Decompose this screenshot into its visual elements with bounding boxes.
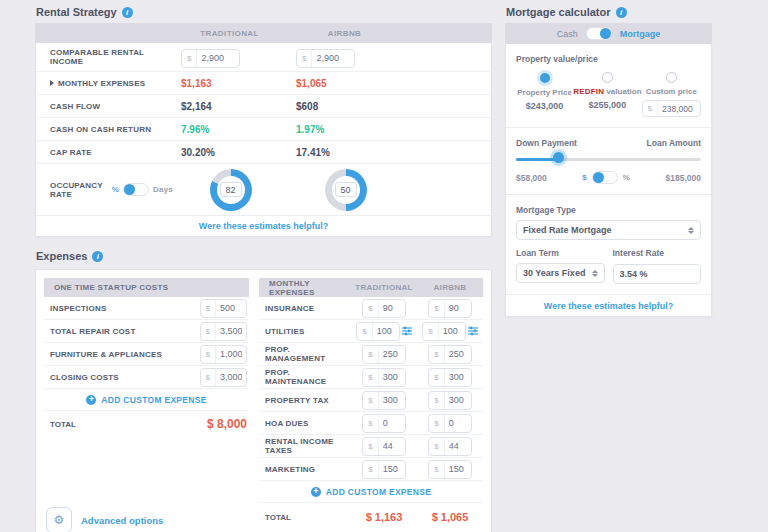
occupancy-traditional-input[interactable] — [220, 182, 242, 197]
marketing-traditional-input[interactable] — [379, 464, 405, 474]
column-header-traditional: TRADITIONAL — [172, 29, 287, 38]
advanced-options[interactable]: ⚙ Advanced options — [46, 507, 163, 532]
cash-mortgage-toggle[interactable] — [586, 27, 612, 40]
custom-price-input[interactable] — [658, 104, 700, 114]
currency-prefix: $ — [363, 346, 378, 363]
startup-costs-column: ONE TIME STARTUP COSTS INSPECTIONS $ TOT… — [44, 278, 249, 531]
adjust-sliders-icon[interactable] — [468, 326, 478, 336]
radio-redfin-valuation[interactable] — [602, 72, 613, 83]
row-cash-on-cash-return: CASH ON CASH RETURN 7.96% 1.97% — [36, 117, 491, 140]
info-icon[interactable] — [92, 251, 103, 262]
rental-taxes-traditional-input[interactable] — [379, 441, 405, 451]
prop-maintenance-traditional-input[interactable] — [379, 372, 405, 382]
select-arrows-icon — [688, 227, 694, 234]
row-monthly-expenses[interactable]: MONTHLY EXPENSES $1,163 $1,065 — [36, 71, 491, 94]
radio-custom-price[interactable] — [666, 72, 677, 83]
mortgage-type-select[interactable]: Fixed Rate Mortgage — [516, 220, 701, 240]
startup-costs-header: ONE TIME STARTUP COSTS — [44, 278, 249, 297]
inspections-input[interactable] — [216, 303, 246, 313]
row-comparable-rental-income: COMPARABLE RENTAL INCOME $ $ — [36, 43, 491, 71]
rental-income-airbnb-input[interactable] — [312, 53, 354, 63]
cap-rate-traditional-value: 30.20% — [173, 147, 288, 158]
interest-rate-input[interactable] — [613, 264, 702, 284]
dollar-percent-toggle[interactable] — [592, 171, 618, 184]
closing-costs-input[interactable] — [216, 372, 246, 382]
expenses-panel: ONE TIME STARTUP COSTS INSPECTIONS $ TOT… — [35, 269, 492, 532]
insurance-traditional-input[interactable] — [379, 303, 405, 313]
currency-prefix: $ — [429, 369, 444, 386]
row-total-repair-cost: TOTAL REPAIR COST $ — [44, 320, 249, 343]
percent-unit-label: % — [623, 173, 630, 182]
currency-prefix: $ — [201, 346, 216, 363]
currency-prefix: $ — [363, 369, 378, 386]
furniture-input[interactable] — [216, 349, 246, 359]
mortgage-title: Mortgage calculator — [505, 0, 712, 23]
info-icon[interactable] — [616, 7, 627, 18]
estimates-helpful-link[interactable]: Were these estimates helpful? — [199, 221, 328, 231]
hoa-dues-traditional-input[interactable] — [379, 418, 405, 428]
property-tax-traditional-input[interactable] — [379, 395, 405, 405]
utilities-airbnb-input[interactable] — [439, 326, 465, 336]
mortgage-label[interactable]: Mortgage — [620, 29, 661, 39]
option-label: Property Price — [517, 88, 572, 97]
slider-handle[interactable] — [553, 152, 564, 163]
currency-prefix: $ — [201, 300, 216, 317]
currency-prefix: $ — [363, 392, 378, 409]
startup-total-value: $ 8,000 — [207, 417, 247, 431]
row-utilities: UTILITIES $ $ — [259, 320, 483, 343]
prop-management-traditional-input[interactable] — [379, 349, 405, 359]
loan-term-select[interactable]: 30 Years Fixed — [516, 263, 605, 283]
currency-prefix: $ — [297, 50, 312, 67]
loan-term-value: 30 Years Fixed — [523, 268, 585, 278]
row-furniture-appliances: FURNITURE & APPLIANCES $ — [44, 343, 249, 366]
row-prop-maintenance: PROP. MAINTENANCE $ $ — [259, 366, 483, 389]
row-label: MONTHLY EXPENSES — [36, 79, 173, 88]
monthly-expenses-header: MONTHLY EXPENSES TRADITIONAL AIRBNB — [259, 278, 483, 297]
property-tax-airbnb-input[interactable] — [445, 395, 471, 405]
occupancy-percent-label: % — [112, 185, 119, 194]
row-label: FURNITURE & APPLIANCES — [50, 350, 162, 359]
cash-mortgage-bar: Cash Mortgage — [505, 23, 712, 44]
currency-prefix: $ — [363, 461, 378, 478]
redfin-valuation-value: $255,000 — [589, 100, 627, 110]
currency-prefix: $ — [363, 438, 378, 455]
loan-term-label: Loan Term — [516, 248, 605, 258]
estimates-helpful-link[interactable]: Were these estimates helpful? — [544, 301, 673, 311]
marketing-airbnb-input[interactable] — [445, 464, 471, 474]
down-payment-slider[interactable] — [516, 152, 701, 166]
currency-prefix: $ — [429, 415, 444, 432]
row-inspections: INSPECTIONS $ — [44, 297, 249, 320]
repair-cost-input[interactable] — [216, 326, 246, 336]
rental-taxes-airbnb-input[interactable] — [445, 441, 471, 451]
down-payment-labels: Down Payment Loan Amount — [516, 138, 701, 148]
utilities-traditional-input[interactable] — [373, 326, 399, 336]
dollar-unit-label: $ — [582, 173, 586, 182]
monthly-expenses-header-label: MONTHLY EXPENSES — [259, 279, 351, 297]
option-redfin-valuation: REDFIN valuation $255,000 — [573, 72, 641, 117]
add-custom-expense-startup[interactable]: ADD CUSTOM EXPENSE — [44, 389, 249, 411]
occupancy-donut-traditional — [210, 169, 252, 211]
row-label: PROP. MANAGEMENT — [259, 345, 351, 363]
currency-prefix: $ — [201, 369, 216, 386]
row-prop-management: PROP. MANAGEMENT $ $ — [259, 343, 483, 366]
adjust-sliders-icon[interactable] — [402, 326, 412, 336]
hoa-dues-airbnb-input[interactable] — [445, 418, 471, 428]
occupancy-unit-toggle[interactable] — [123, 183, 149, 196]
prop-maintenance-airbnb-input[interactable] — [445, 372, 471, 382]
row-label: INSPECTIONS — [50, 304, 106, 313]
prop-management-airbnb-input[interactable] — [445, 349, 471, 359]
row-rental-income-taxes: RENTAL INCOME TAXES $ $ — [259, 435, 483, 458]
occupancy-airbnb-input[interactable] — [335, 182, 357, 197]
total-label: TOTAL — [259, 513, 351, 522]
row-label: UTILITIES — [259, 327, 351, 336]
monthly-total-row: TOTAL $ 1,163 $ 1,065 — [259, 503, 483, 531]
rental-income-traditional-input[interactable] — [197, 53, 239, 63]
info-icon[interactable] — [122, 7, 133, 18]
currency-prefix: $ — [423, 323, 438, 340]
row-label: OCCUPANCY RATE — [50, 181, 104, 199]
radio-property-price[interactable] — [540, 73, 550, 83]
cash-label[interactable]: Cash — [557, 29, 578, 39]
insurance-airbnb-input[interactable] — [445, 303, 471, 313]
add-custom-expense-monthly[interactable]: ADD CUSTOM EXPENSE — [259, 481, 483, 503]
add-icon — [86, 395, 96, 405]
